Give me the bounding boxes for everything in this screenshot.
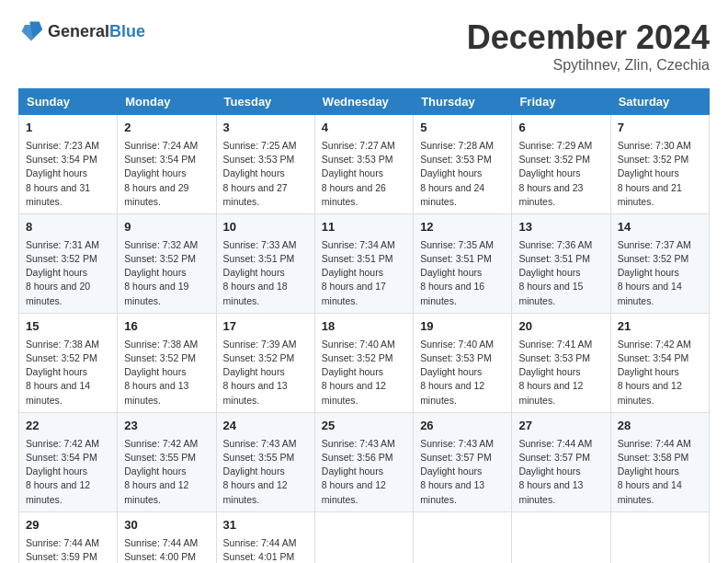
calendar-cell: 31Sunrise: 7:44 AMSunset: 4:01 PMDayligh… [216,511,314,563]
calendar-cell: 29Sunrise: 7:44 AMSunset: 3:59 PMDayligh… [19,511,118,563]
cell-text: Sunrise: 7:23 AMSunset: 3:54 PMDaylight … [26,140,99,207]
page-header: GeneralBlue December 2024 Spytihnev, Zli… [18,18,710,74]
logo: GeneralBlue [18,18,145,44]
calendar-cell: 7Sunrise: 7:30 AMSunset: 3:52 PMDaylight… [610,115,709,214]
calendar-cell: 9Sunrise: 7:32 AMSunset: 3:52 PMDaylight… [118,213,216,313]
calendar-cell: 12Sunrise: 7:35 AMSunset: 3:51 PMDayligh… [414,213,512,313]
day-number: 30 [124,517,209,534]
day-number: 12 [420,219,505,236]
calendar-cell: 3Sunrise: 7:25 AMSunset: 3:53 PMDaylight… [216,115,314,214]
calendar-cell: 4Sunrise: 7:27 AMSunset: 3:53 PMDaylight… [314,115,413,214]
col-tuesday: Tuesday [216,89,314,115]
day-number: 9 [124,219,209,236]
col-thursday: Thursday [414,89,512,115]
day-number: 15 [26,318,110,336]
calendar-cell: 10Sunrise: 7:33 AMSunset: 3:51 PMDayligh… [216,213,314,313]
day-number: 19 [420,318,505,336]
day-number: 23 [124,418,209,435]
calendar-cell [414,511,512,563]
cell-text: Sunrise: 7:40 AMSunset: 3:52 PMDaylight … [322,339,395,406]
calendar-week-row: 29Sunrise: 7:44 AMSunset: 3:59 PMDayligh… [19,511,710,563]
calendar-cell: 30Sunrise: 7:44 AMSunset: 4:00 PMDayligh… [118,511,216,563]
calendar-week-row: 8Sunrise: 7:31 AMSunset: 3:52 PMDaylight… [19,213,710,313]
cell-text: Sunrise: 7:43 AMSunset: 3:57 PMDaylight … [420,438,494,505]
day-number: 7 [618,120,702,137]
day-number: 29 [26,517,110,534]
cell-text: Sunrise: 7:38 AMSunset: 3:52 PMDaylight … [124,339,198,406]
calendar-table: Sunday Monday Tuesday Wednesday Thursday… [18,88,710,563]
col-sunday: Sunday [19,89,118,115]
calendar-cell: 15Sunrise: 7:38 AMSunset: 3:52 PMDayligh… [19,313,118,412]
day-number: 20 [518,318,603,336]
cell-text: Sunrise: 7:28 AMSunset: 3:53 PMDaylight … [420,140,494,207]
cell-text: Sunrise: 7:44 AMSunset: 4:00 PMDaylight … [124,537,198,563]
cell-text: Sunrise: 7:44 AMSunset: 3:58 PMDaylight … [618,438,691,505]
cell-text: Sunrise: 7:42 AMSunset: 3:55 PMDaylight … [124,438,198,505]
col-saturday: Saturday [610,89,709,115]
day-number: 6 [518,120,603,137]
cell-text: Sunrise: 7:43 AMSunset: 3:56 PMDaylight … [322,438,395,505]
calendar-cell: 1Sunrise: 7:23 AMSunset: 3:54 PMDaylight… [19,115,118,214]
calendar-cell: 25Sunrise: 7:43 AMSunset: 3:56 PMDayligh… [314,412,413,511]
calendar-cell: 23Sunrise: 7:42 AMSunset: 3:55 PMDayligh… [118,412,216,511]
calendar-cell: 26Sunrise: 7:43 AMSunset: 3:57 PMDayligh… [414,412,512,511]
day-number: 10 [223,219,308,236]
day-number: 24 [223,418,308,435]
day-number: 22 [26,418,110,435]
calendar-cell: 27Sunrise: 7:44 AMSunset: 3:57 PMDayligh… [512,412,610,511]
cell-text: Sunrise: 7:25 AMSunset: 3:53 PMDaylight … [223,140,297,207]
cell-text: Sunrise: 7:35 AMSunset: 3:51 PMDaylight … [420,239,494,306]
calendar-cell: 13Sunrise: 7:36 AMSunset: 3:51 PMDayligh… [512,213,610,313]
calendar-cell: 18Sunrise: 7:40 AMSunset: 3:52 PMDayligh… [314,313,413,412]
day-number: 28 [618,418,702,435]
calendar-week-row: 22Sunrise: 7:42 AMSunset: 3:54 PMDayligh… [19,412,710,511]
month-title: December 2024 [467,18,710,57]
day-number: 26 [420,418,505,435]
day-number: 16 [124,318,209,336]
calendar-cell [314,511,413,563]
cell-text: Sunrise: 7:38 AMSunset: 3:52 PMDaylight … [26,339,99,406]
day-number: 27 [518,418,603,435]
cell-text: Sunrise: 7:27 AMSunset: 3:53 PMDaylight … [322,140,395,207]
cell-text: Sunrise: 7:30 AMSunset: 3:52 PMDaylight … [618,140,691,207]
calendar-cell [610,511,709,563]
calendar-cell: 20Sunrise: 7:41 AMSunset: 3:53 PMDayligh… [512,313,610,412]
cell-text: Sunrise: 7:44 AMSunset: 3:59 PMDaylight … [26,537,99,563]
cell-text: Sunrise: 7:42 AMSunset: 3:54 PMDaylight … [618,339,691,406]
calendar-cell: 14Sunrise: 7:37 AMSunset: 3:52 PMDayligh… [610,213,709,313]
cell-text: Sunrise: 7:44 AMSunset: 3:57 PMDaylight … [518,438,592,505]
logo-blue: Blue [109,22,145,40]
day-number: 1 [26,120,110,137]
logo-text: GeneralBlue [48,22,145,41]
calendar-cell: 8Sunrise: 7:31 AMSunset: 3:52 PMDaylight… [19,213,118,313]
title-block: December 2024 Spytihnev, Zlin, Czechia [467,18,710,74]
day-number: 14 [618,219,702,236]
day-number: 18 [322,318,406,336]
cell-text: Sunrise: 7:42 AMSunset: 3:54 PMDaylight … [26,438,99,505]
calendar-cell [512,511,610,563]
calendar-week-row: 15Sunrise: 7:38 AMSunset: 3:52 PMDayligh… [19,313,710,412]
cell-text: Sunrise: 7:39 AMSunset: 3:52 PMDaylight … [223,339,297,406]
calendar-cell: 2Sunrise: 7:24 AMSunset: 3:54 PMDaylight… [118,115,216,214]
calendar-cell: 21Sunrise: 7:42 AMSunset: 3:54 PMDayligh… [610,313,709,412]
cell-text: Sunrise: 7:34 AMSunset: 3:51 PMDaylight … [322,239,395,306]
calendar-cell: 16Sunrise: 7:38 AMSunset: 3:52 PMDayligh… [118,313,216,412]
day-number: 2 [124,120,209,137]
cell-text: Sunrise: 7:31 AMSunset: 3:52 PMDaylight … [26,239,99,306]
calendar-cell: 22Sunrise: 7:42 AMSunset: 3:54 PMDayligh… [19,412,118,511]
calendar-cell: 19Sunrise: 7:40 AMSunset: 3:53 PMDayligh… [414,313,512,412]
cell-text: Sunrise: 7:37 AMSunset: 3:52 PMDaylight … [618,239,691,306]
day-number: 4 [322,120,406,137]
col-monday: Monday [118,89,216,115]
cell-text: Sunrise: 7:29 AMSunset: 3:52 PMDaylight … [518,140,592,207]
logo-general: General [48,22,109,40]
cell-text: Sunrise: 7:43 AMSunset: 3:55 PMDaylight … [223,438,297,505]
day-number: 11 [322,219,406,236]
day-number: 31 [223,517,308,534]
calendar-cell: 6Sunrise: 7:29 AMSunset: 3:52 PMDaylight… [512,115,610,214]
cell-text: Sunrise: 7:40 AMSunset: 3:53 PMDaylight … [420,339,494,406]
calendar-header-row: Sunday Monday Tuesday Wednesday Thursday… [19,89,710,115]
day-number: 8 [26,219,110,236]
location-title: Spytihnev, Zlin, Czechia [467,57,710,74]
calendar-week-row: 1Sunrise: 7:23 AMSunset: 3:54 PMDaylight… [19,115,710,214]
